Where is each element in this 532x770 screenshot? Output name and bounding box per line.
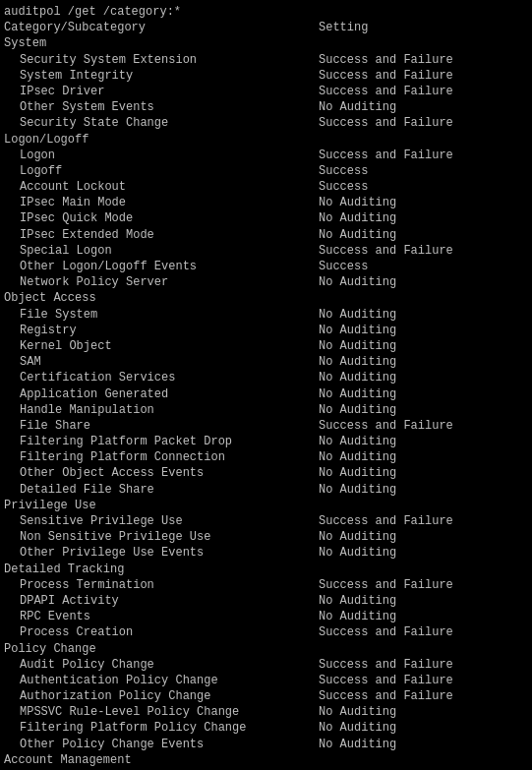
row-subcategory: Other System Events	[4, 99, 319, 115]
table-row: Certification ServicesNo Auditing	[4, 370, 528, 385]
row-subcategory: Process Creation	[4, 624, 319, 640]
row-setting: No Auditing	[319, 307, 528, 323]
table-row: Process CreationSuccess and Failure	[4, 624, 528, 640]
row-subcategory: File System	[4, 307, 319, 323]
row-setting: No Auditing	[319, 609, 528, 624]
row-subcategory: Kernel Object	[4, 338, 319, 354]
row-subcategory: Logoff	[4, 163, 319, 179]
row-setting: No Auditing	[319, 737, 528, 752]
row-setting: Success	[319, 163, 528, 179]
row-setting: No Auditing	[319, 402, 528, 418]
row-subcategory: Application Generated	[4, 386, 319, 402]
table-row: IPsec DriverSuccess and Failure	[4, 84, 528, 99]
table-row: Filtering Platform ConnectionNo Auditing	[4, 449, 528, 465]
row-setting: No Auditing	[319, 386, 528, 402]
row-setting: Success	[319, 259, 528, 274]
row-setting: No Auditing	[319, 704, 528, 720]
row-subcategory: Sensitive Privilege Use	[4, 513, 319, 529]
main-container: auditpol /get /category:* Category/Subca…	[0, 0, 532, 770]
section-header-policy-change: Policy Change	[4, 641, 528, 657]
row-subcategory: Special Logon	[4, 243, 319, 259]
section-header-object-access: Object Access	[4, 290, 528, 306]
row-subcategory: RPC Events	[4, 609, 319, 624]
table-row: Audit Policy ChangeSuccess and Failure	[4, 657, 528, 673]
row-setting: Success and Failure	[319, 577, 528, 593]
table-row: Special LogonSuccess and Failure	[4, 243, 528, 259]
table-row: DPAPI ActivityNo Auditing	[4, 593, 528, 609]
table-row: IPsec Quick ModeNo Auditing	[4, 210, 528, 226]
row-setting: Success and Failure	[319, 52, 528, 68]
row-subcategory: Detailed File Share	[4, 482, 319, 498]
table-row: System IntegritySuccess and Failure	[4, 68, 528, 84]
row-subcategory: Security System Extension	[4, 52, 319, 68]
row-subcategory: Handle Manipulation	[4, 402, 319, 418]
row-subcategory: Other Object Access Events	[4, 465, 319, 481]
row-setting: No Auditing	[319, 354, 528, 370]
row-setting: No Auditing	[319, 210, 528, 226]
row-setting: No Auditing	[319, 465, 528, 481]
row-subcategory: Certification Services	[4, 370, 319, 385]
section-header-privilege-use: Privilege Use	[4, 498, 528, 513]
section-header-logon-logoff: Logon/Logoff	[4, 132, 528, 148]
row-setting: No Auditing	[319, 593, 528, 609]
table-row: Other System EventsNo Auditing	[4, 99, 528, 115]
col-header-category: Category/Subcategory	[4, 20, 319, 35]
table-row: Account LockoutSuccess	[4, 179, 528, 195]
table-row: LogonSuccess and Failure	[4, 148, 528, 163]
row-subcategory: Filtering Platform Packet Drop	[4, 434, 319, 449]
row-setting: Success and Failure	[319, 673, 528, 688]
table-row: Detailed File ShareNo Auditing	[4, 482, 528, 498]
row-setting: No Auditing	[319, 99, 528, 115]
table-row: Security State ChangeSuccess and Failure	[4, 115, 528, 131]
column-headers: Category/Subcategory Setting	[4, 20, 528, 35]
row-subcategory: IPsec Main Mode	[4, 195, 319, 210]
row-subcategory: Authorization Policy Change	[4, 688, 319, 704]
section-header-system: System	[4, 35, 528, 51]
table-row: Non Sensitive Privilege UseNo Auditing	[4, 529, 528, 545]
table-row: MPSSVC Rule-Level Policy ChangeNo Auditi…	[4, 704, 528, 720]
row-setting: No Auditing	[319, 529, 528, 545]
row-subcategory: Other Privilege Use Events	[4, 545, 319, 561]
row-subcategory: Other Policy Change Events	[4, 737, 319, 752]
row-setting: No Auditing	[319, 545, 528, 561]
table-row: Filtering Platform Policy ChangeNo Audit…	[4, 720, 528, 736]
row-setting: No Auditing	[319, 274, 528, 290]
row-subcategory: Registry	[4, 323, 319, 338]
row-subcategory: Account Lockout	[4, 179, 319, 195]
row-subcategory: IPsec Driver	[4, 84, 319, 99]
row-setting: Success and Failure	[319, 148, 528, 163]
row-subcategory: Network Policy Server	[4, 274, 319, 290]
table-row: File SystemNo Auditing	[4, 307, 528, 323]
row-setting: No Auditing	[319, 434, 528, 449]
table-row: Handle ManipulationNo Auditing	[4, 402, 528, 418]
row-setting: Success and Failure	[319, 688, 528, 704]
row-subcategory: Non Sensitive Privilege Use	[4, 529, 319, 545]
row-subcategory: Filtering Platform Connection	[4, 449, 319, 465]
table-row: Security System ExtensionSuccess and Fai…	[4, 52, 528, 68]
row-setting: Success and Failure	[319, 657, 528, 673]
row-setting: No Auditing	[319, 227, 528, 243]
row-setting: No Auditing	[319, 195, 528, 210]
header-line: auditpol /get /category:*	[4, 4, 528, 20]
section-header-detailed-tracking: Detailed Tracking	[4, 562, 528, 577]
table-row: Authentication Policy ChangeSuccess and …	[4, 673, 528, 688]
table-row: Filtering Platform Packet DropNo Auditin…	[4, 434, 528, 449]
row-setting: Success and Failure	[319, 513, 528, 529]
table-row: Network Policy ServerNo Auditing	[4, 274, 528, 290]
row-setting: Success and Failure	[319, 68, 528, 84]
row-subcategory: Security State Change	[4, 115, 319, 131]
row-setting: Success and Failure	[319, 624, 528, 640]
row-subcategory: Logon	[4, 148, 319, 163]
row-subcategory: System Integrity	[4, 68, 319, 84]
row-setting: No Auditing	[319, 482, 528, 498]
row-subcategory: SAM	[4, 354, 319, 370]
row-subcategory: Process Termination	[4, 577, 319, 593]
table-row: Sensitive Privilege UseSuccess and Failu…	[4, 513, 528, 529]
row-setting: No Auditing	[319, 720, 528, 736]
table-row: Other Object Access EventsNo Auditing	[4, 465, 528, 481]
table-row: Other Logon/Logoff EventsSuccess	[4, 259, 528, 274]
row-subcategory: IPsec Extended Mode	[4, 227, 319, 243]
table-row: RegistryNo Auditing	[4, 323, 528, 338]
row-subcategory: Audit Policy Change	[4, 657, 319, 673]
section-header-account-management: Account Management	[4, 752, 528, 768]
